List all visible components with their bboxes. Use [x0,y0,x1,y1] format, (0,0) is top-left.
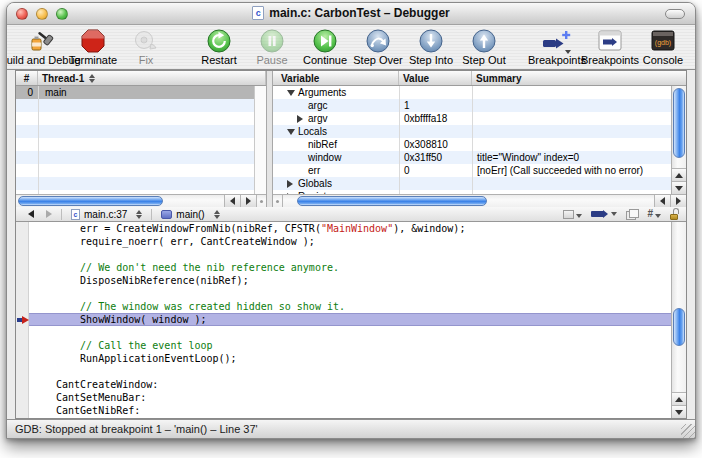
included-files-menu[interactable] [563,210,582,219]
breakpoints-window-button[interactable]: Breakpoints [587,27,633,67]
pane-splitter-handle[interactable] [256,195,266,207]
restart-button[interactable]: Restart [196,27,242,67]
variable-row[interactable]: nibRef0x308810 [273,138,671,151]
add-breakpoints-button[interactable]: Breakpoints [534,27,580,67]
code-line[interactable] [16,287,671,300]
thread-list[interactable]: 0main [16,86,266,194]
code-lines[interactable]: err = CreateWindowFromNib(nibRef, CFSTR(… [16,222,671,418]
lock-icon[interactable] [670,208,680,220]
console-button[interactable]: (gdb) Console [640,27,686,67]
breakpoints-menu[interactable] [591,211,617,217]
step-over-button[interactable]: Step Over [355,27,401,67]
toolbar-button-label: Breakpoints [528,54,586,67]
code-line[interactable]: require_noerr( err, CantCreateWindow ); [16,235,671,248]
variable-row[interactable]: Arguments [273,86,671,99]
pause-button[interactable]: Pause [249,27,295,67]
scroll-down-button[interactable] [672,405,686,418]
back-arrow-icon [28,210,34,218]
scroll-left-button[interactable] [224,195,240,207]
vertical-pane-splitter[interactable] [266,71,273,207]
disclosure-triangle-icon[interactable] [287,90,298,96]
variable-row[interactable]: argc1 [273,99,671,112]
thread-horizontal-scrollbar[interactable] [16,194,266,207]
code-line[interactable] [16,248,671,261]
function-popup[interactable]: main() [155,207,225,221]
history-forward-button[interactable] [40,207,58,221]
code-line[interactable]: err = CreateWindowFromNib(nibRef, CFSTR(… [16,222,671,235]
thread-function: main [38,87,67,98]
variable-row[interactable]: Globals [273,177,671,190]
scroll-right-button[interactable] [670,195,686,207]
scroll-thumb[interactable] [673,88,685,158]
editor-vertical-scrollbar[interactable] [671,222,686,418]
scroll-up-button[interactable] [672,168,686,181]
titlebar[interactable]: c main.c: CarbonTest – Debugger [7,3,695,25]
zoom-button[interactable] [56,8,68,20]
scroll-left-button[interactable] [654,195,670,207]
step-into-button[interactable]: Step Into [408,27,454,67]
thread-row[interactable]: 0main [16,86,266,99]
build-and-debug-button[interactable]: Build and Debug [17,27,63,67]
variable-row[interactable]: err0[noErr] (Call succeeded with no erro… [273,164,671,177]
close-button[interactable] [16,8,28,20]
column-header-thread[interactable]: Thread-1 [38,71,266,85]
step-out-button[interactable]: Step Out [461,27,507,67]
scroll-track[interactable] [672,86,686,168]
code-line[interactable]: // The window was created hidden so show… [16,300,671,313]
markers-menu[interactable]: # [647,209,661,219]
code-line[interactable]: // We don't need the nib reference anymo… [16,261,671,274]
scroll-thumb[interactable] [673,308,685,346]
continue-button[interactable]: Continue [302,27,348,67]
variable-vertical-scrollbar[interactable] [671,86,686,194]
scroll-track[interactable] [672,222,686,392]
file-popup[interactable]: c main.c:37 [65,207,148,221]
code-line[interactable] [16,326,671,339]
code-segment-comment: // We don't need the nib reference anymo… [56,262,339,273]
disclosure-triangle-icon[interactable] [287,180,298,188]
code-line[interactable]: // Call the event loop [16,339,671,352]
current-execution-line[interactable]: ShowWindow( window ); [16,313,671,326]
variable-row[interactable]: Registers [273,190,671,194]
column-header-summary[interactable]: Summary [472,71,686,85]
variable-name: Globals [298,178,332,189]
fix-button[interactable]: Fix [123,27,169,67]
code-line[interactable]: DisposeNibReference(nibRef); [16,274,671,287]
variable-row[interactable]: Locals [273,125,671,138]
scroll-track[interactable] [283,195,654,207]
column-header-number[interactable]: # [16,71,38,85]
minimize-button[interactable] [36,8,48,20]
thread-vertical-scrollbar[interactable] [254,86,266,194]
disclosure-triangle-icon[interactable] [297,115,308,123]
counterparts-button[interactable] [626,209,638,219]
scroll-thumb[interactable] [297,196,487,206]
code-line[interactable] [16,365,671,378]
column-header-variable[interactable]: Variable [273,71,399,85]
variable-row[interactable]: argv0xbffffa18 [273,112,671,125]
scroll-right-button[interactable] [240,195,256,207]
scroll-track[interactable] [16,195,224,207]
code-line[interactable]: CantCreateWindow: [16,378,671,391]
continue-icon [312,27,338,54]
toolbar-toggle-button[interactable] [665,9,685,19]
step-into-icon [418,27,444,54]
scroll-thumb[interactable] [18,196,163,206]
scroll-up-button[interactable] [672,392,686,405]
code-line[interactable]: CantGetNibRef: [16,404,671,417]
disclosure-triangle-icon[interactable] [287,129,298,135]
variable-list[interactable]: Argumentsargc1argv0xbffffa18LocalsnibRef… [273,86,671,194]
terminate-button[interactable]: Terminate [70,27,116,67]
code-line[interactable]: CantSetMenuBar: [16,391,671,404]
svg-text:(gdb): (gdb) [655,39,671,47]
variable-horizontal-scrollbar[interactable] [273,194,686,207]
disclosure-triangle-icon[interactable] [287,193,298,195]
toolbar: Build and Debug Terminate Fix [7,25,695,70]
code-line[interactable]: RunApplicationEventLoop(); [16,352,671,365]
pane-splitter-handle[interactable] [273,195,283,207]
column-header-value[interactable]: Value [399,71,472,85]
scroll-down-button[interactable] [672,181,686,194]
menu-caret-icon [576,214,582,218]
variable-row[interactable]: window0x31ff50title="Window" index=0 [273,151,671,164]
history-back-button[interactable] [22,207,40,221]
resize-grip[interactable] [681,424,695,438]
title-area: c main.c: CarbonTest – Debugger [7,3,695,23]
